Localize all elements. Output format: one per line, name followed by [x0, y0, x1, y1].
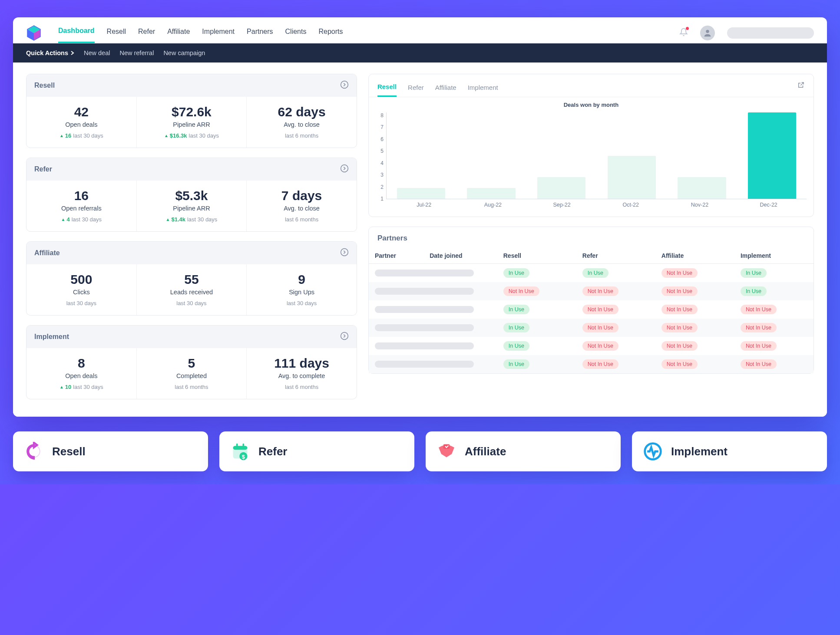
metric: $5.3kPipeline ARR$1.4k last 30 days [137, 181, 247, 231]
handshake-icon [436, 441, 457, 462]
bottom-card-affiliate[interactable]: Affiliate [426, 431, 621, 471]
chart-bar [741, 112, 803, 199]
metric-value: 62 days [250, 105, 353, 119]
chart-tabs: ResellReferAffiliateImplement [369, 74, 814, 97]
table-row[interactable]: In UseIn UseNot In UseIn Use [369, 264, 814, 283]
chart-bar [460, 112, 523, 199]
nav-refer[interactable]: Refer [138, 23, 155, 43]
bottom-card-refer[interactable]: $Refer [219, 431, 414, 471]
arrow-right-circle-icon[interactable] [340, 164, 349, 174]
user-avatar[interactable] [700, 26, 715, 40]
metric-label: Open referrals [30, 205, 133, 212]
partners-panel: Partners PartnerDate joinedResellReferAf… [368, 227, 814, 374]
trend-up-icon: 4 [61, 216, 70, 223]
panel-header-refer: Refer [26, 158, 357, 181]
nav-resell[interactable]: Resell [107, 23, 126, 43]
panel-title: Implement [34, 333, 69, 341]
metric-value: 500 [30, 272, 133, 287]
svg-rect-10 [233, 446, 248, 450]
chart-title: Deals won by month [369, 102, 814, 108]
chart-plot [386, 112, 807, 199]
chart-x-label: Sep-22 [527, 202, 596, 208]
metric: 500Clicks last 30 days [26, 264, 137, 315]
chart-x-label: Aug-22 [459, 202, 528, 208]
notifications-bell-icon[interactable] [679, 28, 688, 38]
metric-label: Pipeline ARR [140, 121, 243, 128]
status-badge: Not In Use [741, 323, 777, 332]
panel-title: Resell [34, 82, 55, 89]
status-badge: Not In Use [582, 323, 618, 332]
status-badge: In Use [741, 286, 767, 296]
nav-reports[interactable]: Reports [318, 23, 343, 43]
partners-header: Partners [369, 227, 814, 248]
svg-rect-11 [236, 444, 238, 447]
metric-trend: last 30 days [30, 300, 133, 306]
status-badge: Not In Use [661, 268, 698, 278]
chart-x-label: Nov-22 [665, 202, 734, 208]
table-row[interactable]: In UseNot In UseNot In UseNot In Use [369, 319, 814, 337]
metric-value: 55 [140, 272, 243, 287]
svg-point-8 [341, 332, 348, 340]
bottom-card-resell[interactable]: Resell [13, 431, 208, 471]
bottom-card-label: Implement [671, 445, 728, 458]
quick-action-new-campaign[interactable]: New campaign [163, 49, 205, 56]
search-placeholder-pill[interactable] [727, 27, 814, 39]
quick-actions-label: Quick Actions [26, 49, 74, 56]
panel-header-resell: Resell [26, 74, 357, 97]
metric-trend: last 30 days [140, 300, 243, 306]
arrow-right-circle-icon[interactable] [340, 248, 349, 258]
status-badge: In Use [582, 268, 609, 278]
chart-x-axis: Jul-22Aug-22Sep-22Oct-22Nov-22Dec-22 [386, 199, 807, 208]
metric-label: Open deals [30, 121, 133, 128]
table-row[interactable]: In UseNot In UseNot In UseNot In Use [369, 337, 814, 355]
chart-tab-affiliate[interactable]: Affiliate [435, 80, 456, 96]
metric-trend: last 6 months [250, 216, 353, 223]
metric-value: 7 days [250, 188, 353, 203]
popout-icon[interactable] [797, 81, 805, 95]
nav-implement[interactable]: Implement [202, 23, 235, 43]
quick-action-new-deal[interactable]: New deal [84, 49, 110, 56]
metric-value: 16 [30, 188, 133, 203]
chart-tab-refer[interactable]: Refer [408, 80, 424, 96]
bottom-card-implement[interactable]: Implement [632, 431, 827, 471]
app-window: DashboardResellReferAffiliateImplementPa… [13, 17, 827, 417]
metric-value: 9 [250, 272, 353, 287]
bottom-card-label: Affiliate [465, 445, 506, 458]
table-row[interactable]: In UseNot In UseNot In UseNot In Use [369, 300, 814, 319]
metric-trend: 16 last 30 days [30, 132, 133, 139]
metric-value: 42 [30, 105, 133, 119]
status-badge: Not In Use [741, 359, 777, 369]
partners-col-refer: Refer [576, 248, 655, 264]
nav-affiliate[interactable]: Affiliate [167, 23, 190, 43]
arrow-right-circle-icon[interactable] [340, 80, 349, 91]
status-badge: In Use [741, 268, 767, 278]
metric-trend: last 6 months [250, 384, 353, 390]
svg-point-6 [341, 165, 348, 172]
chart-tab-implement[interactable]: Implement [468, 80, 498, 96]
arrow-right-circle-icon[interactable] [340, 332, 349, 342]
partners-col-affiliate: Affiliate [655, 248, 734, 264]
status-badge: In Use [503, 305, 529, 314]
metric-value: $5.3k [140, 188, 243, 203]
chart-bar [530, 112, 592, 199]
nav-clients[interactable]: Clients [285, 23, 307, 43]
panel-resell: Resell42Open deals16 last 30 days$72.6kP… [26, 74, 357, 148]
nav-dashboard[interactable]: Dashboard [58, 23, 95, 43]
partners-col-resell: Resell [497, 248, 576, 264]
quick-action-new-referral[interactable]: New referral [119, 49, 154, 56]
status-badge: Not In Use [661, 286, 698, 296]
nav-partners[interactable]: Partners [247, 23, 273, 43]
panel-title: Refer [34, 165, 52, 173]
metric-label: Sign Ups [250, 289, 353, 296]
metric-trend: $16.3k last 30 days [140, 132, 243, 139]
table-row[interactable]: Not In UseNot In UseNot In UseIn Use [369, 282, 814, 300]
status-badge: Not In Use [741, 305, 777, 314]
top-nav: DashboardResellReferAffiliateImplementPa… [13, 17, 827, 43]
panel-header-implement: Implement [26, 326, 357, 348]
app-logo [26, 25, 42, 41]
metric-value: 5 [140, 356, 243, 371]
table-row[interactable]: In UseNot In UseNot In UseNot In Use [369, 355, 814, 373]
chart-tab-resell[interactable]: Resell [377, 79, 397, 97]
partners-col-implement: Implement [734, 248, 814, 264]
trend-up-icon: $1.4k [166, 216, 185, 223]
